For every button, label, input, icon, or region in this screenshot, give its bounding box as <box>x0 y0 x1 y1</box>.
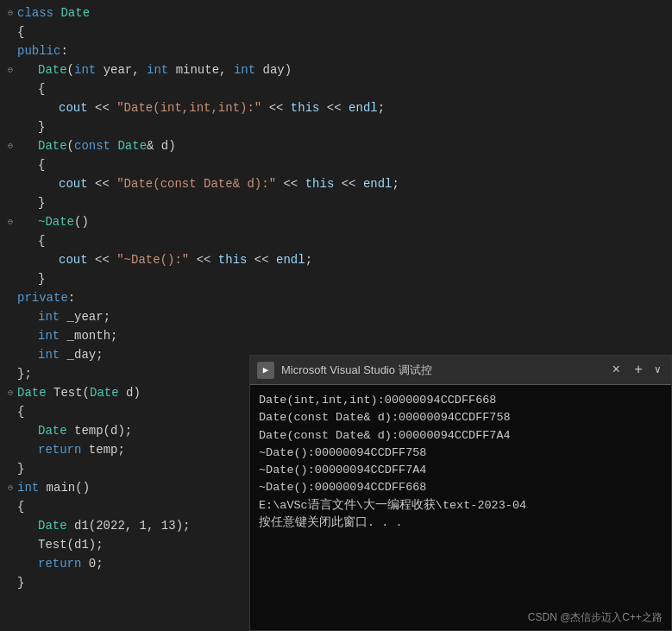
line-content: { <box>17 234 672 248</box>
terminal-close-button[interactable]: × <box>607 363 626 378</box>
code-line: ⊖class Date <box>0 3 672 22</box>
line-content: ~Date() <box>17 215 672 229</box>
line-content: class Date <box>17 6 672 20</box>
line-content: cout << "Date(const Date& d):" << this <… <box>17 177 672 191</box>
collapse-icon[interactable]: ⊖ <box>3 8 17 18</box>
terminal-output-line: Date(int,int,int):00000094CCDFF668 <box>259 392 663 409</box>
collapse-icon[interactable]: ⊖ <box>3 65 17 75</box>
terminal-output-line: Date(const Date& d):00000094CCDFF7A4 <box>259 427 663 445</box>
line-content: int _year; <box>17 310 672 324</box>
code-line: { <box>0 231 672 250</box>
line-content: int _month; <box>17 329 672 343</box>
line-content: Date(const Date& d) <box>17 139 672 153</box>
terminal-overlay: ▶ Microsoft Visual Studio 调试控 × + ∨ Date… <box>249 355 672 631</box>
line-content: { <box>17 158 672 172</box>
line-content: } <box>17 120 672 134</box>
code-line: ⊖Date(int year, int minute, int day) <box>0 60 672 79</box>
terminal-output-line: ~Date():00000094CCDFF758 <box>259 445 663 462</box>
collapse-icon[interactable]: ⊖ <box>3 141 17 151</box>
terminal-chevron-button[interactable]: ∨ <box>651 363 664 376</box>
collapse-icon[interactable]: ⊖ <box>3 388 17 398</box>
terminal-footer: CSDN @杰信步迈入C++之路 <box>250 607 671 630</box>
terminal-output-line: E:\aVSc语言文件\大一编程收获\text-2023-04 <box>259 497 663 514</box>
terminal-icon: ▶ <box>257 362 274 379</box>
code-line: ⊖~Date() <box>0 212 672 231</box>
code-line: } <box>0 117 672 136</box>
code-line: { <box>0 155 672 174</box>
terminal-body: Date(int,int,int):00000094CCDFF668Date(c… <box>250 385 671 607</box>
code-line: cout << "Date(int,int,int):" << this << … <box>0 98 672 117</box>
line-content: cout << "Date(int,int,int):" << this << … <box>17 101 672 115</box>
collapse-icon[interactable]: ⊖ <box>3 483 17 493</box>
code-line: cout << "~Date():" << this << endl; <box>0 250 672 269</box>
terminal-titlebar: ▶ Microsoft Visual Studio 调试控 × + ∨ <box>250 356 671 385</box>
terminal-output-line: 按任意键关闭此窗口. . . <box>259 514 663 532</box>
line-content: } <box>17 272 672 286</box>
code-line: int _month; <box>0 326 672 345</box>
terminal-title: Microsoft Visual Studio 调试控 <box>281 363 600 378</box>
line-content: private: <box>17 291 672 305</box>
terminal-plus-button[interactable]: + <box>629 363 648 378</box>
code-line: public: <box>0 41 672 60</box>
terminal-output-line: Date(const Date& d):00000094CCDFF758 <box>259 409 663 426</box>
collapse-icon[interactable]: ⊖ <box>3 217 17 227</box>
line-content: cout << "~Date():" << this << endl; <box>17 253 672 267</box>
code-line: cout << "Date(const Date& d):" << this <… <box>0 174 672 193</box>
line-content: Date(int year, int minute, int day) <box>17 63 672 77</box>
code-line: int _year; <box>0 307 672 326</box>
line-content: } <box>17 196 672 210</box>
line-content: public: <box>17 44 672 58</box>
code-line: private: <box>0 288 672 307</box>
code-line: ⊖Date(const Date& d) <box>0 136 672 155</box>
code-line: { <box>0 22 672 41</box>
line-content: { <box>17 82 672 96</box>
line-content: { <box>17 25 672 39</box>
terminal-output-line: ~Date():00000094CCDFF668 <box>259 479 663 496</box>
code-line: } <box>0 269 672 288</box>
code-line: { <box>0 79 672 98</box>
code-line: } <box>0 193 672 212</box>
terminal-output-line: ~Date():00000094CCDFF7A4 <box>259 462 663 479</box>
